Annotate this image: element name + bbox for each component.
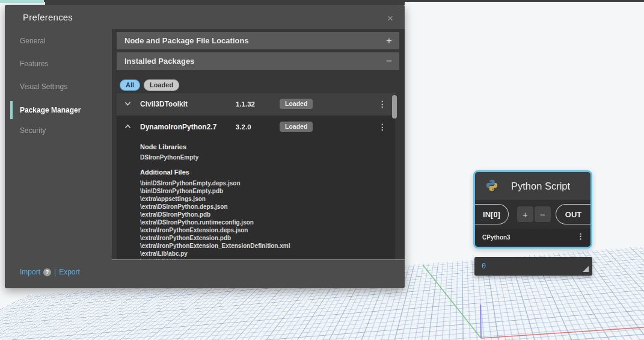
package-details: Node Libraries DSIronPythonEmpty Additio… [117, 138, 395, 260]
section-node-package-file-locations[interactable]: Node and Package File Locations + [117, 32, 399, 49]
filter-chip-all[interactable]: All [120, 79, 140, 91]
chevron-up-icon[interactable] [124, 124, 131, 129]
node-context-menu-icon[interactable]: ⋮ [577, 232, 584, 241]
python-script-node[interactable]: Python Script IN[0] + − OUT CPython3 ⋮ [473, 170, 592, 249]
file-path: \extra\Lib\abc.py [140, 250, 395, 258]
node-footer: CPython3 ⋮ [475, 229, 590, 247]
file-path: \extra\IronPythonExtension.pdb [140, 234, 395, 242]
section-installed-packages[interactable]: Installed Packages − [117, 52, 399, 70]
preferences-dialog: Preferences × General Features Visual Se… [5, 5, 405, 288]
file-path: \extra\DSIronPython.deps.json [140, 203, 395, 211]
node-preview-bubble[interactable]: 0 [474, 257, 592, 276]
file-path: \bin\DSIronPythonEmpty.deps.json [140, 179, 395, 187]
sidebar-item-security[interactable]: Security [20, 125, 46, 137]
package-name: Civil3DToolkit [140, 93, 188, 115]
dialog-footer: Import ? | Export [20, 268, 80, 276]
expand-icon[interactable]: + [386, 32, 392, 49]
package-list-scrollbar[interactable] [392, 95, 397, 119]
import-link[interactable]: Import [20, 268, 40, 276]
preview-value: 0 [482, 257, 486, 276]
node-library-item: DSIronPythonEmpty [140, 154, 395, 161]
file-path: \extra\Lib\aifc.py [140, 258, 395, 260]
input-port[interactable]: IN[0] [475, 204, 509, 224]
window-top-strip [45, 0, 405, 5]
sidebar-item-visual-settings[interactable]: Visual Settings [20, 81, 67, 93]
package-menu-icon[interactable]: ⋮ [378, 121, 387, 133]
file-path: \extra\DSIronPython.pdb [140, 211, 395, 218]
package-filter-chips: All Loaded [120, 79, 179, 91]
dialog-title: Preferences [23, 12, 73, 22]
node-ports-row: IN[0] + − OUT [475, 200, 590, 229]
package-row-dynamoironpython[interactable]: DynamoIronPython2.7 3.2.0 Loaded ⋮ Node … [117, 116, 395, 260]
file-path: \extra\DSIronPython.runtimeconfig.json [140, 218, 395, 226]
active-item-accent-bar [10, 101, 13, 119]
file-path: \extra\IronPythonExtension.deps.json [140, 226, 395, 234]
output-port[interactable]: OUT [556, 204, 590, 224]
add-input-button[interactable]: + [517, 206, 533, 222]
additional-files-heading: Additional Files [140, 168, 395, 176]
status-badge: Loaded [280, 99, 313, 109]
package-version: 3.2.0 [236, 116, 251, 138]
section-title: Node and Package File Locations [124, 32, 249, 49]
workspace-tab-indicator [0, 0, 44, 3]
package-row-civil3dtoolkit[interactable]: Civil3DToolkit 1.1.32 Loaded ⋮ [117, 93, 395, 115]
file-path: \extra\IronPythonExtension_ExtensionDefi… [140, 242, 395, 250]
package-manager-panel: Node and Package File Locations + Instal… [112, 29, 405, 260]
help-icon[interactable]: ? [43, 268, 51, 276]
footer-separator: | [54, 268, 56, 276]
package-menu-icon[interactable]: ⋮ [378, 98, 387, 110]
chevron-down-icon[interactable] [124, 101, 131, 107]
status-badge: Loaded [280, 122, 313, 132]
filter-chip-loaded[interactable]: Loaded [144, 79, 179, 91]
node-title: Python Script [511, 172, 570, 200]
package-version: 1.1.32 [236, 93, 255, 115]
file-path: \bin\DSIronPythonEmpty.pdb [140, 187, 395, 195]
node-libraries-heading: Node Libraries [140, 143, 395, 150]
python-icon [485, 179, 498, 192]
preview-resize-handle[interactable] [583, 266, 589, 272]
sidebar-item-features[interactable]: Features [20, 58, 48, 70]
remove-input-button[interactable]: − [535, 206, 551, 222]
section-title: Installed Packages [124, 52, 194, 70]
sidebar-item-general[interactable]: General [20, 35, 46, 47]
package-name: DynamoIronPython2.7 [140, 116, 216, 138]
sidebar-item-package-manager[interactable]: Package Manager [20, 104, 81, 116]
collapse-icon[interactable]: − [386, 52, 392, 70]
node-header[interactable]: Python Script [475, 172, 590, 200]
close-icon[interactable]: × [384, 12, 397, 25]
engine-label: CPython3 [482, 229, 511, 247]
export-link[interactable]: Export [59, 268, 80, 276]
file-path: \extra\appsettings.json [140, 195, 395, 203]
